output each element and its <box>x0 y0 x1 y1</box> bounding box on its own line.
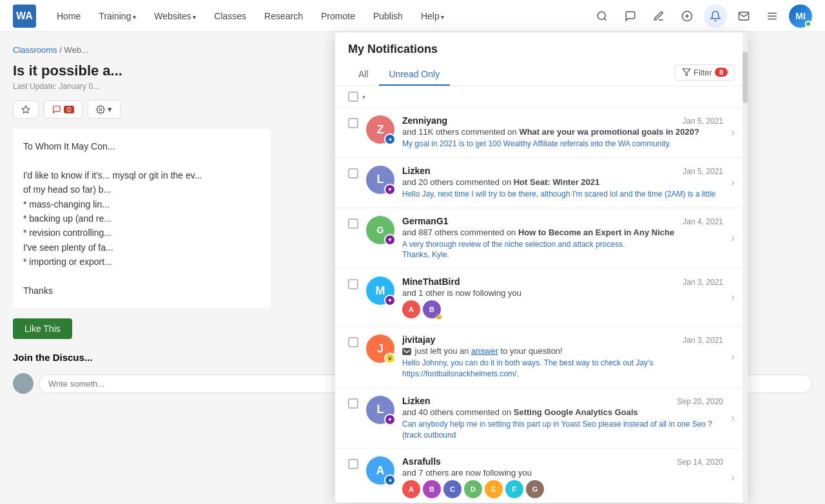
notif-description: and 1 other is now following you <box>402 288 723 298</box>
nav-help[interactable]: Help <box>413 7 452 25</box>
item-checkbox[interactable] <box>348 168 358 179</box>
notif-date: Jan 5, 2021 <box>683 117 723 126</box>
nav-classes[interactable]: Classes <box>206 7 254 25</box>
notif-content: Lizken Jan 5, 2021 and 20 others comment… <box>402 166 723 200</box>
tab-unread[interactable]: Unread Only <box>379 64 451 86</box>
notif-arrow-icon: › <box>731 176 735 189</box>
notif-username: Lizken <box>402 166 431 176</box>
notif-avatar: L <box>366 396 394 407</box>
messages-button[interactable] <box>619 5 642 28</box>
filter-area: Filter 8 <box>675 64 735 86</box>
menu-button[interactable] <box>761 5 784 28</box>
comment-count: 0 <box>64 106 74 113</box>
notif-date: Jan 4, 2021 <box>683 217 723 226</box>
dollar-button[interactable] <box>675 5 699 28</box>
select-dropdown-icon[interactable]: ▾ <box>362 93 365 101</box>
notif-content: jivitajay Jan 3, 2021 just left you an a… <box>402 334 723 380</box>
nav-training[interactable]: Training <box>91 7 144 25</box>
breadcrumb-classrooms[interactable]: Classrooms <box>13 45 57 55</box>
notification-item[interactable]: L ♥ Lizken Sep 20, 2020 and 40 others co… <box>335 388 748 407</box>
avatar-wrap: Z ★ <box>366 115 394 144</box>
notifications-header: My Notifications All Unread Only Filter … <box>335 32 748 86</box>
svg-line-1 <box>604 18 606 20</box>
notification-item[interactable]: G ♥ GermanG1 Jan 4, 2021 and 887 others … <box>335 208 748 269</box>
notification-item[interactable]: L ♥ Lizken Jan 5, 2021 and 20 others com… <box>335 158 748 208</box>
answer-link[interactable]: answer <box>471 346 498 356</box>
nav-promote[interactable]: Promote <box>313 7 363 25</box>
item-checkbox[interactable] <box>348 398 358 407</box>
notifications-list: Z ★ Zenniyang Jan 5, 2021 and 11K others… <box>335 108 748 407</box>
article-text: I'd like to know if it's... mysql or git… <box>23 168 260 269</box>
notification-item[interactable]: M ♥ MineThatBird Jan 3, 2021 and 1 other… <box>335 269 748 327</box>
crown-icon: 👑 <box>436 314 442 320</box>
like-button[interactable]: Like This <box>13 318 72 339</box>
breadcrumb-current: Web... <box>64 45 88 55</box>
nav-publish[interactable]: Publish <box>365 7 411 25</box>
user-avatar[interactable]: MI <box>789 5 812 28</box>
notification-item[interactable]: Z ★ Zenniyang Jan 5, 2021 and 11K others… <box>335 108 748 158</box>
avatar-wrap: M ♥ <box>366 276 394 305</box>
notif-arrow-icon: › <box>731 231 735 245</box>
comment-button[interactable]: 0 <box>44 101 82 119</box>
notif-content: Zenniyang Jan 5, 2021 and 11K others com… <box>402 115 723 150</box>
notif-badge: ♛ <box>384 353 396 364</box>
notif-row: Zenniyang Jan 5, 2021 <box>402 115 723 126</box>
notifications-panel: My Notifications All Unread Only Filter … <box>335 32 748 407</box>
scrollbar-thumb[interactable] <box>742 52 748 103</box>
nav-icons: MI <box>590 5 812 28</box>
svg-point-9 <box>99 108 102 111</box>
notif-username: Zenniyang <box>402 115 447 126</box>
write-button[interactable] <box>647 5 670 28</box>
notif-content: GermanG1 Jan 4, 2021 and 887 others comm… <box>402 216 723 261</box>
notif-badge: ♥ <box>384 295 396 306</box>
tab-all[interactable]: All <box>348 64 379 86</box>
search-button[interactable] <box>590 5 614 28</box>
settings-button[interactable]: ▾ <box>88 100 121 119</box>
notif-preview: A very thorough review of the niche sele… <box>402 239 723 261</box>
notif-row: jivitajay Jan 3, 2021 <box>402 334 723 345</box>
notification-item[interactable]: J ♛ jivitajay Jan 3, 2021 just left you … <box>335 327 748 388</box>
follower-avatar: B 👑 <box>423 300 441 318</box>
notif-arrow-icon: › <box>731 291 735 304</box>
site-logo[interactable]: WA <box>13 5 36 28</box>
notifications-title: My Notifications <box>348 43 735 56</box>
notif-description: and 887 others commented on How to Becom… <box>402 228 723 237</box>
item-checkbox[interactable] <box>348 218 358 229</box>
notif-username: jivitajay <box>402 334 435 345</box>
avatar-wrap: L ♥ <box>366 166 394 194</box>
avatar-wrap: J ♛ <box>366 334 394 363</box>
notif-description: and 20 others commented on Hot Seat: Win… <box>402 177 723 187</box>
notif-row: GermanG1 Jan 4, 2021 <box>402 216 723 226</box>
filter-button[interactable]: Filter 8 <box>675 64 735 81</box>
notif-date: Jan 3, 2021 <box>683 278 723 287</box>
select-all-checkbox[interactable] <box>348 92 358 102</box>
bookmark-button[interactable] <box>13 101 39 119</box>
nav-home[interactable]: Home <box>49 7 88 25</box>
avatar-wrap: G ♥ <box>366 216 394 244</box>
item-checkbox[interactable] <box>348 337 358 347</box>
notif-badge: ♥ <box>384 184 396 195</box>
notif-description: just left you an answer to your question… <box>402 346 723 356</box>
notifications-button[interactable] <box>704 5 727 28</box>
notif-preview: Hello Jay, next time I will try to be th… <box>402 189 723 200</box>
notifications-tabs: All Unread Only <box>348 64 450 86</box>
svg-marker-10 <box>683 69 690 76</box>
follower-avatars: A B 👑 <box>402 300 723 318</box>
nav-websites[interactable]: Websites <box>146 7 204 25</box>
scrollbar[interactable] <box>742 32 748 407</box>
email-button[interactable] <box>732 5 755 28</box>
notif-preview: Hello Johnny, you can do it in both ways… <box>402 358 723 380</box>
notif-badge: ♥ <box>384 234 396 246</box>
item-checkbox[interactable] <box>348 279 358 289</box>
notif-arrow-icon: › <box>731 126 735 139</box>
svg-marker-8 <box>22 106 30 113</box>
filter-count: 8 <box>715 68 728 77</box>
svg-point-0 <box>597 12 605 19</box>
article-body: To Whom It May Con... I'd like to know i… <box>13 129 271 308</box>
item-checkbox[interactable] <box>348 118 358 128</box>
notif-row: Lizken Sep 20, 2020 <box>402 396 723 406</box>
notif-preview: My goal in 2021 is to get 100 Wealthy Af… <box>402 139 723 150</box>
nav-research[interactable]: Research <box>257 7 311 25</box>
follower-avatar: A <box>402 300 420 318</box>
filter-label: Filter <box>694 68 712 77</box>
